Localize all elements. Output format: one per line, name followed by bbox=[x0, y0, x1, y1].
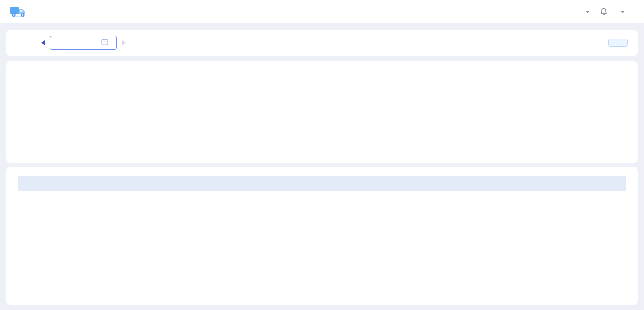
col-device-name bbox=[222, 176, 324, 191]
org-selector[interactable] bbox=[583, 9, 590, 15]
col-plate-number bbox=[120, 176, 222, 191]
export-button[interactable] bbox=[608, 39, 628, 47]
recognition-table bbox=[18, 176, 626, 191]
statistics-panel bbox=[6, 61, 638, 163]
date-picker[interactable] bbox=[50, 36, 117, 50]
donut-chart bbox=[42, 83, 100, 141]
next-date-arrow[interactable] bbox=[122, 40, 128, 45]
app-header bbox=[0, 0, 644, 23]
chevron-down-icon bbox=[621, 11, 625, 15]
user-menu[interactable] bbox=[618, 9, 625, 15]
col-photo bbox=[423, 176, 530, 191]
date-input[interactable] bbox=[54, 39, 101, 47]
calendar-icon bbox=[101, 38, 108, 47]
table-header-row bbox=[18, 176, 626, 191]
donut-center bbox=[48, 90, 93, 134]
truck-icon bbox=[9, 5, 27, 18]
col-time bbox=[530, 176, 626, 191]
col-owner-name bbox=[18, 176, 120, 191]
col-direction bbox=[324, 176, 423, 191]
notification-bell-icon[interactable] bbox=[600, 8, 608, 16]
prev-date-arrow[interactable] bbox=[39, 40, 45, 45]
recognition-table-card bbox=[6, 167, 638, 305]
filter-bar bbox=[6, 30, 638, 56]
chevron-down-icon bbox=[586, 11, 590, 15]
